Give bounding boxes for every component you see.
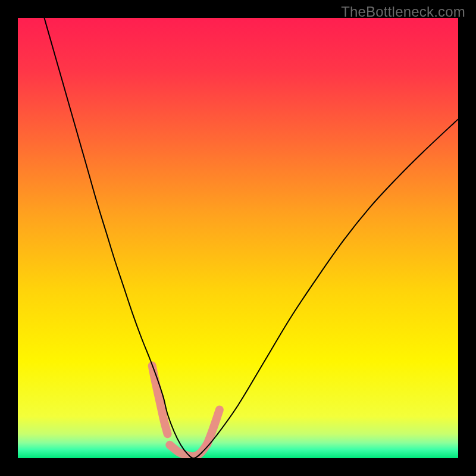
gradient-background [18, 18, 458, 458]
bottleneck-chart [18, 18, 458, 458]
watermark-text: TheBottleneck.com [341, 4, 465, 20]
chart-frame: TheBottleneck.com [0, 0, 476, 476]
plot-area [18, 18, 458, 458]
